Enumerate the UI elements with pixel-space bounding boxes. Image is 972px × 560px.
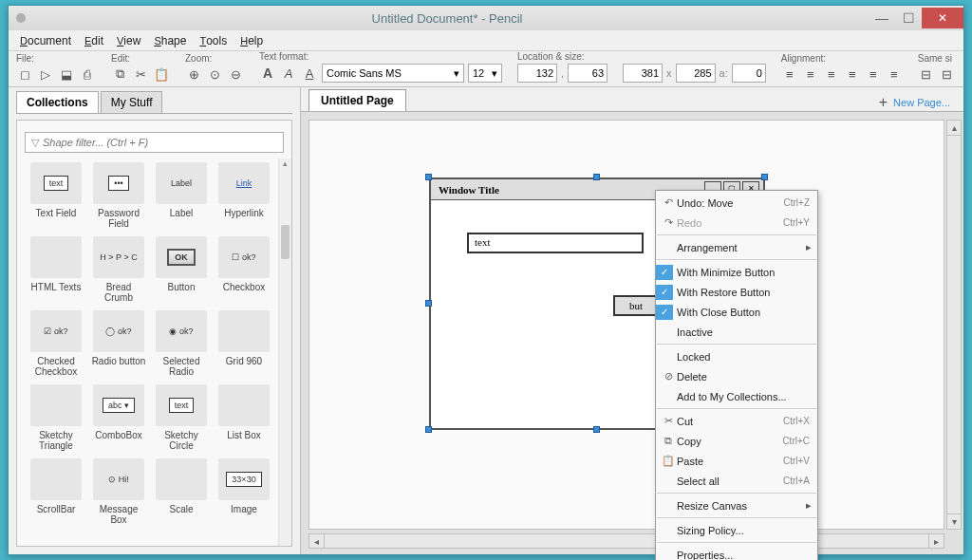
shape-item[interactable]: Grid 960 (216, 310, 271, 377)
ctx-inactive[interactable]: Inactive (656, 322, 817, 342)
shape-item[interactable]: •••Password Field (91, 162, 146, 229)
scroll-up-icon[interactable]: ▴ (279, 159, 291, 172)
shape-item[interactable]: ⊙ Hi!Message Box (91, 458, 146, 525)
shape-item[interactable]: H > P > CBread Crumb (91, 236, 146, 303)
font-combo[interactable]: Comic Sans MS▾ (322, 64, 464, 83)
zoom-in-icon[interactable]: ⊕ (185, 65, 202, 83)
mac-close-icon[interactable] (16, 13, 26, 23)
sel-handle[interactable] (425, 426, 432, 433)
paste-icon[interactable]: 📋 (153, 65, 170, 83)
shape-item[interactable]: abc ▾ComboBox (91, 384, 146, 451)
copy-icon[interactable]: ⧉ (111, 65, 128, 83)
button-shape[interactable]: but (613, 295, 659, 316)
shape-item[interactable]: List Box (216, 384, 271, 451)
ctx-paste[interactable]: 📋PasteCtrl+V (656, 451, 817, 471)
ctx-sizing[interactable]: Sizing Policy... (656, 520, 817, 540)
new-page-button[interactable]: + New Page... (879, 94, 956, 111)
italic-icon[interactable]: A (280, 65, 297, 82)
size-w-input[interactable] (623, 64, 663, 83)
ctx-locked[interactable]: Locked (656, 346, 817, 366)
cut-icon: ✂ (660, 415, 677, 427)
minimize-button[interactable]: — (869, 8, 895, 28)
ctx-selectall[interactable]: Select allCtrl+A (656, 471, 817, 491)
shape-item[interactable]: ◯ ok?Radio button (91, 310, 146, 377)
print-icon[interactable]: ⎙ (79, 65, 96, 83)
ctx-addcoll[interactable]: Add to My Collections... (656, 386, 817, 406)
sel-handle[interactable] (425, 174, 432, 180)
same-w-icon[interactable]: ⊟ (918, 65, 935, 83)
shape-item[interactable]: ScrollBar (28, 458, 84, 525)
shape-item[interactable]: HTML Texts (28, 236, 84, 303)
ctx-delete[interactable]: ⊘Delete (656, 366, 817, 386)
page-tab-untitled[interactable]: Untitled Page (308, 89, 406, 111)
new-file-icon[interactable]: ◻ (16, 65, 33, 83)
zoom-out-icon[interactable]: ⊖ (227, 65, 244, 83)
fontsize-combo[interactable]: 12▾ (468, 64, 502, 83)
ctx-minimize[interactable]: ✓With Minimize Button (656, 262, 817, 282)
tab-collections[interactable]: Collections (16, 91, 99, 113)
cut-icon[interactable]: ✂ (132, 65, 149, 83)
underline-icon[interactable]: A (301, 65, 318, 82)
scroll-up-icon[interactable]: ▴ (947, 121, 961, 136)
left-scrollbar[interactable]: ▴ (278, 159, 291, 546)
loc-y-input[interactable] (568, 64, 608, 83)
maximize-button[interactable]: ☐ (895, 8, 922, 28)
shape-item[interactable]: ☐ ok?Checkbox (216, 236, 271, 303)
align-center-icon[interactable]: ≡ (802, 65, 819, 83)
shape-item[interactable]: ☑ ok?Checked Checkbox (28, 310, 84, 377)
canvas-vscrollbar[interactable]: ▴ ▾ (946, 120, 962, 530)
ctx-resize[interactable]: Resize Canvas▸ (656, 495, 817, 515)
align-bottom-icon[interactable]: ≡ (886, 65, 903, 83)
scroll-right-icon[interactable]: ▸ (928, 534, 944, 548)
open-file-icon[interactable]: ▷ (37, 65, 54, 83)
scroll-thumb[interactable] (281, 225, 290, 259)
ctx-restore[interactable]: ✓With Restore Button (656, 282, 817, 302)
loc-x-input[interactable] (517, 64, 557, 83)
ctx-copy[interactable]: ⧉CopyCtrl+C (656, 431, 817, 451)
shape-item[interactable]: Scale (154, 458, 209, 525)
sel-handle[interactable] (425, 300, 432, 307)
canvas[interactable]: Window Title _ ▢ ✕ (308, 120, 944, 530)
ctx-cut[interactable]: ✂CutCtrl+X (656, 411, 817, 431)
sel-handle[interactable] (593, 174, 600, 180)
zoom-reset-icon[interactable]: ⊙ (206, 65, 223, 83)
align-right-icon[interactable]: ≡ (823, 65, 840, 83)
shape-item[interactable]: 33×30Image (216, 458, 271, 525)
menu-view[interactable]: View (111, 31, 146, 50)
angle-input[interactable] (732, 64, 766, 83)
shape-filter[interactable]: ▽ (25, 132, 284, 153)
size-h-input[interactable] (676, 64, 716, 83)
scroll-down-icon[interactable]: ▾ (947, 513, 961, 529)
ctx-arrangement[interactable]: Arrangement▸ (656, 237, 817, 257)
save-file-icon[interactable]: ⬓ (58, 65, 75, 83)
align-middle-icon[interactable]: ≡ (865, 65, 882, 83)
shape-item[interactable]: textSketchy Circle (154, 384, 209, 451)
menu-document[interactable]: Document (14, 31, 77, 50)
menu-help[interactable]: Help (234, 31, 269, 50)
sel-handle[interactable] (761, 174, 768, 180)
ctx-undo[interactable]: ↶Undo: MoveCtrl+Z (656, 193, 817, 213)
menu-edit[interactable]: Edit (79, 31, 109, 50)
shape-item[interactable]: LabelLabel (154, 162, 209, 229)
align-left-icon[interactable]: ≡ (781, 65, 798, 83)
ctx-close[interactable]: ✓With Close Button (656, 302, 817, 322)
bold-icon[interactable]: A (259, 65, 276, 82)
close-button[interactable]: ✕ (922, 8, 963, 28)
shape-item[interactable]: OKButton (154, 236, 209, 303)
menu-shape[interactable]: Shape (148, 31, 192, 50)
sel-handle[interactable] (593, 426, 600, 433)
scroll-left-icon[interactable]: ◂ (309, 534, 325, 548)
tab-mystuff[interactable]: My Stuff (101, 91, 163, 113)
shape-item[interactable]: ◉ ok?Selected Radio (154, 310, 209, 377)
shape-filter-input[interactable] (43, 137, 277, 148)
same-h-icon[interactable]: ⊟ (939, 65, 956, 83)
menu-tools[interactable]: Tools (194, 31, 233, 50)
align-top-icon[interactable]: ≡ (844, 65, 861, 83)
shape-item[interactable]: textText Field (28, 162, 84, 229)
textfield-shape[interactable]: text (467, 233, 644, 253)
shape-item[interactable]: Sketchy Triangle (28, 384, 84, 451)
canvas-hscrollbar[interactable]: ◂ ▸ (308, 533, 944, 549)
shape-item[interactable]: LinkHyperlink (216, 162, 271, 229)
ctx-props[interactable]: Properties... (656, 545, 817, 560)
ctx-redo[interactable]: ↷RedoCtrl+Y (656, 213, 817, 233)
